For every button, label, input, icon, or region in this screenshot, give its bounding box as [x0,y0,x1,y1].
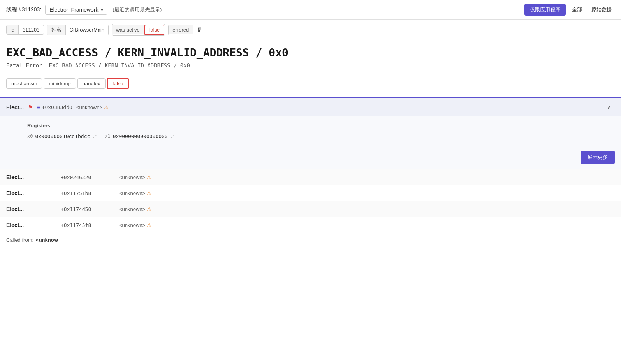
tags-row: mechanism minidump handled false [0,78,621,89]
reg-x0-settings-icon[interactable]: ⇌ [92,133,97,139]
was-active-key: was active [112,25,144,34]
info-badges-row: id 311203 姓名 CrBrowserMain was active fa… [0,20,621,40]
warning-icon: ⚠ [104,104,109,110]
name-value: CrBrowserMain [66,25,109,34]
app-only-button[interactable]: 仅限应用程序 [524,4,566,16]
top-bar-actions: 仅限应用程序 全部 原始数据 [524,4,615,16]
frame-3-location-text: <unknown> [119,206,145,212]
stack-container: Elect... ⚑ ≡ +0x0383dd0 <unknown> ⚠ ∧ Re… [0,97,621,247]
show-more-section: 展示更多 [0,146,621,169]
frame-1-location: <unknown> ⚠ [119,174,151,180]
thread-name: Electron Framework [49,7,98,13]
frame-2-location-text: <unknown> [119,190,145,196]
reg-x0-value: 0x000000010cd1bdcc [35,134,90,139]
register-x0: x0 0x000000010cd1bdcc ⇌ [27,133,97,139]
error-section: EXC_BAD_ACCESS / KERN_INVALID_ADDRESS / … [0,40,621,78]
tag-minidump: minidump [44,78,76,89]
registers-title: Registers [27,123,612,128]
name-badge: 姓名 CrBrowserMain [47,25,109,35]
active-frame-location: <unknown> ⚠ [76,104,109,110]
id-badge: id 311203 [6,25,44,35]
thread-label: 线程 #311203: [6,6,41,13]
frame-3-warn-icon: ⚠ [147,206,151,212]
frame-4-location-text: <unknown> [119,222,145,228]
frame-4-location: <unknown> ⚠ [119,222,151,228]
id-value: 311203 [19,25,43,34]
table-row: Elect... +0x11751b8 <unknown> ⚠ [0,185,621,201]
top-bar: 线程 #311203: Electron Framework ▾ (最近的调用最… [0,0,621,20]
active-frame-location-text: <unknown> [76,104,102,110]
frame-1-offset: +0x0246320 [61,174,111,180]
frame-4-warn-icon: ⚠ [147,222,151,228]
frame-2-offset: +0x11751b8 [61,190,111,196]
frame-4-offset: +0x11745f8 [61,222,111,228]
frame-1-name: Elect... [6,174,53,180]
register-x1: x1 0x0000000000000000 ⇌ [105,133,174,139]
registers-section: Registers x0 0x000000010cd1bdcc ⇌ x1 0x0… [0,116,621,146]
table-row: Elect... +0x0246320 <unknown> ⚠ [0,169,621,185]
error-subtitle: Fatal Error: EXC_BAD_ACCESS / KERN_INVAL… [6,62,615,69]
raw-data-button[interactable]: 原始数据 [588,5,615,15]
frame-2-warn-icon: ⚠ [147,190,151,196]
table-row: Elect... +0x1174d50 <unknown> ⚠ [0,201,621,217]
id-key: id [7,25,19,34]
was-active-badge: was active false [112,24,165,36]
show-more-button[interactable]: 展示更多 [581,151,615,164]
lines-icon: ≡ [37,104,40,111]
active-frame-name: Elect... [6,104,24,111]
tag-mechanism: mechanism [6,78,42,89]
reg-x0-name: x0 [27,134,33,139]
active-frame-offset-value: +0x0383dd0 [42,104,72,110]
frame-2-name: Elect... [6,190,53,196]
frame-1-warn-icon: ⚠ [147,174,151,180]
called-from-label: Called from: [6,237,33,243]
frame-1-location-text: <unknown> [119,174,145,180]
active-frame: Elect... ⚑ ≡ +0x0383dd0 <unknown> ⚠ ∧ Re… [0,98,621,169]
reg-x1-settings-icon[interactable]: ⇌ [170,133,175,139]
called-from-row: Called from: <unknow [0,233,621,247]
table-row: Elect... +0x11745f8 <unknown> ⚠ [0,217,621,233]
was-active-value: false [144,25,164,35]
all-button[interactable]: 全部 [569,5,585,15]
errored-badge: errored 是 [168,25,206,35]
called-from-value: <unknow [36,237,58,243]
tag-handled: handled [77,78,106,89]
frame-3-location: <unknown> ⚠ [119,206,151,212]
errored-key: errored [169,25,193,34]
error-title: EXC_BAD_ACCESS / KERN_INVALID_ADDRESS / … [6,46,615,59]
frame-3-name: Elect... [6,206,53,212]
recent-calls-label[interactable]: (最近的调用最先显示) [113,6,162,13]
reg-x1-name: x1 [105,134,110,139]
frame-4-name: Elect... [6,222,53,228]
flag-icon: ⚑ [28,104,33,111]
registers-grid: x0 0x000000010cd1bdcc ⇌ x1 0x00000000000… [27,133,612,139]
chevron-down-icon: ▾ [101,7,103,12]
thread-dropdown[interactable]: Electron Framework ▾ [45,5,107,15]
active-frame-header: Elect... ⚑ ≡ +0x0383dd0 <unknown> ⚠ ∧ [0,98,621,116]
name-key: 姓名 [47,25,66,35]
frame-2-location: <unknown> ⚠ [119,190,151,196]
frame-3-offset: +0x1174d50 [61,206,111,212]
errored-value: 是 [193,25,206,35]
active-frame-offset: ≡ +0x0383dd0 [37,104,72,111]
collapse-button[interactable]: ∧ [604,102,615,113]
reg-x1-value: 0x0000000000000000 [113,134,168,139]
tag-false: false [107,78,128,89]
